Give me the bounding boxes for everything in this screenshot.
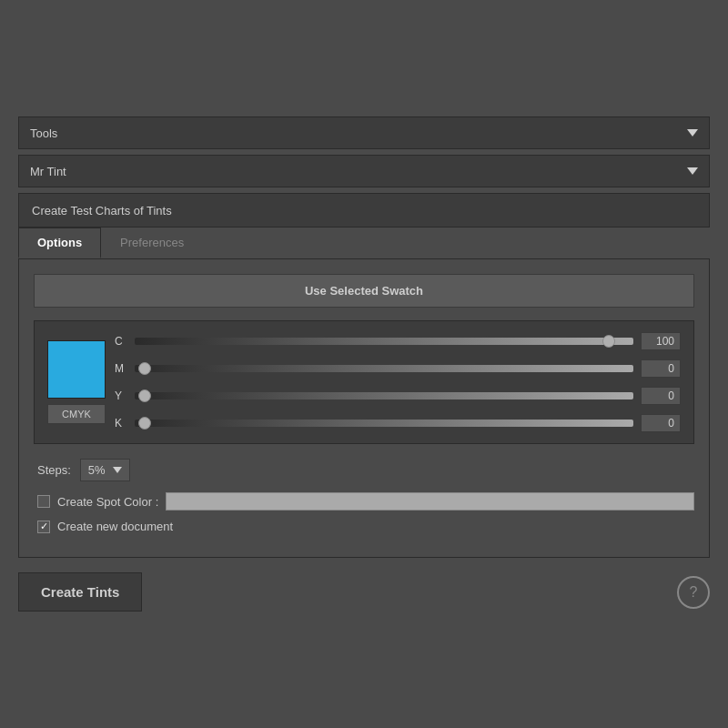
plugin-dropdown-arrow — [687, 167, 698, 175]
slider-row-c: C — [115, 332, 681, 350]
new-document-label: Create new document — [57, 520, 173, 533]
color-swatch — [47, 340, 106, 399]
tab-preferences[interactable]: Preferences — [101, 228, 203, 258]
help-button[interactable]: ? — [677, 576, 710, 609]
slider-value-c[interactable] — [641, 332, 681, 350]
steps-row: Steps: 5% — [34, 459, 694, 481]
slider-value-m[interactable] — [641, 359, 681, 378]
slider-thumb-k[interactable] — [138, 417, 151, 430]
slider-thumb-y[interactable] — [138, 389, 151, 402]
content-area: Use Selected Swatch CMYK C — [18, 259, 710, 558]
steps-dropdown[interactable]: 5% — [80, 459, 130, 481]
steps-dropdown-arrow — [113, 467, 122, 473]
use-selected-swatch-button[interactable]: Use Selected Swatch — [34, 274, 694, 308]
slider-label-m: M — [115, 362, 127, 375]
color-editor: CMYK C M — [34, 320, 694, 444]
section-title: Create Test Charts of Tints — [18, 193, 710, 228]
bottom-bar: Create Tints ? — [18, 563, 710, 612]
create-tints-button[interactable]: Create Tints — [18, 572, 142, 612]
slider-m[interactable] — [135, 365, 633, 372]
slider-row-m: M — [115, 359, 681, 378]
slider-c[interactable] — [135, 338, 633, 345]
slider-k[interactable] — [135, 420, 633, 427]
tabs-bar: Options Preferences — [18, 228, 710, 259]
plugin-dropdown-label: Mr Tint — [30, 165, 66, 178]
color-mode-button[interactable]: CMYK — [47, 404, 106, 424]
slider-label-k: K — [115, 417, 127, 430]
color-preview-column: CMYK — [47, 340, 106, 424]
slider-label-c: C — [115, 335, 127, 348]
spot-color-checkbox[interactable] — [37, 495, 50, 508]
tools-dropdown-arrow — [687, 129, 698, 136]
spot-color-input[interactable] — [166, 492, 694, 511]
slider-row-k: K — [115, 414, 681, 432]
tab-options[interactable]: Options — [18, 228, 101, 258]
spot-color-label: Create Spot Color : — [57, 495, 158, 509]
slider-thumb-c[interactable] — [602, 335, 615, 348]
slider-y[interactable] — [135, 392, 633, 399]
slider-value-y[interactable] — [641, 387, 681, 405]
steps-value: 5% — [88, 463, 106, 477]
slider-row-y: Y — [115, 387, 681, 405]
slider-thumb-m[interactable] — [138, 362, 151, 375]
spot-color-row: Create Spot Color : — [34, 492, 694, 511]
slider-value-k[interactable] — [641, 414, 681, 432]
tools-dropdown-label: Tools — [30, 126, 57, 140]
tools-dropdown[interactable]: Tools — [18, 116, 710, 149]
steps-label: Steps: — [37, 463, 71, 477]
new-document-row: Create new document — [34, 520, 694, 533]
new-document-checkbox[interactable] — [37, 521, 50, 533]
plugin-dropdown[interactable]: Mr Tint — [18, 155, 710, 187]
main-panel: Tools Mr Tint Create Test Charts of Tint… — [18, 116, 710, 612]
slider-label-y: Y — [115, 389, 127, 402]
sliders-column: C M Y — [115, 332, 681, 432]
